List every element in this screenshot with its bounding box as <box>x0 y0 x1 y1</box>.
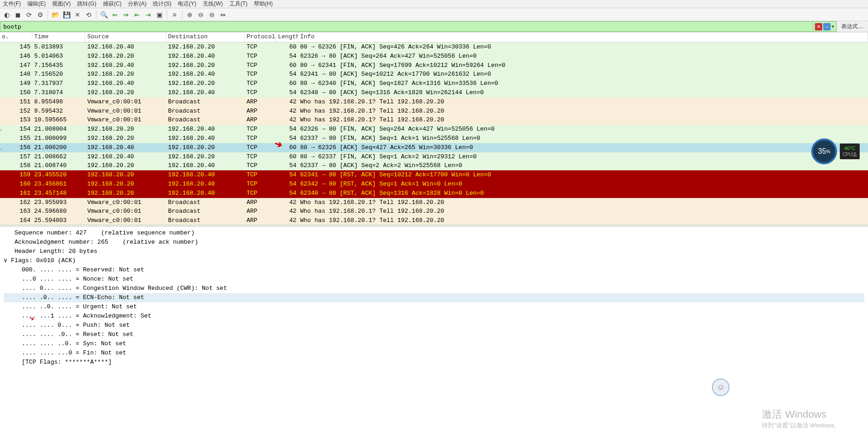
detail-line[interactable]: .... ..0. .... = Urgent: Not set <box>4 302 864 312</box>
menu-item[interactable]: 文件(F) <box>3 0 21 8</box>
cell: 9.595432 <box>32 107 85 116</box>
col-source[interactable]: Source <box>85 32 166 42</box>
toolbar-options-icon[interactable]: ⚙ <box>35 10 45 20</box>
packet-row[interactable]: 1518.955498Vmware_c0:00:01BroadcastARP42… <box>0 97 868 107</box>
filter-bar: ✕ → ▾ 表达式… <box>0 21 868 32</box>
toolbar-colorize-icon[interactable]: ≡ <box>169 10 180 20</box>
packet-row[interactable]: 1507.318074192.168.20.20192.168.20.40TCP… <box>0 88 868 97</box>
filter-dropdown-icon[interactable]: ▾ <box>832 24 834 30</box>
cell: 60 <box>276 61 298 70</box>
toolbar-open-icon[interactable]: 📂 <box>50 10 60 20</box>
packet-row[interactable]: —15621.008200192.168.20.40192.168.20.20T… <box>0 143 868 152</box>
detail-line[interactable]: ...0 .... .... = Nonce: Not set <box>4 275 864 284</box>
cell: 80 → 62341 [FIN, ACK] Seq=17699 Ack=1021… <box>298 61 868 70</box>
detail-line[interactable]: .... ...1 .... = Acknowledgment: Set➔ <box>4 312 864 321</box>
toolbar-restart-icon[interactable]: ⟳ <box>24 10 34 20</box>
cell: TCP <box>245 70 276 79</box>
packet-row[interactable]: 16023.456861192.168.20.20192.168.20.40TC… <box>0 180 868 189</box>
toolbar-jump-last-icon[interactable]: ⇥ <box>143 10 153 20</box>
packet-row[interactable]: 1487.156520192.168.20.20192.168.20.40TCP… <box>0 70 868 79</box>
packet-row[interactable]: 15721.008662192.168.20.40192.168.20.20TC… <box>0 152 868 162</box>
menu-item[interactable]: 跳转(G) <box>77 0 96 8</box>
detail-line[interactable]: .... .... 0... = Push: Not set <box>4 321 864 330</box>
cell: 192.168.20.20 <box>85 125 166 134</box>
menu-item[interactable]: 编辑(E) <box>27 0 46 8</box>
menu-item[interactable]: 无线(W) <box>203 0 223 8</box>
packet-row[interactable]: ✓15421.008004192.168.20.20192.168.20.40T… <box>0 125 868 134</box>
cell: Broadcast <box>166 207 245 216</box>
packet-row[interactable]: 1455.013893192.168.20.40192.168.20.20TCP… <box>0 42 868 52</box>
display-filter-input[interactable] <box>0 21 813 32</box>
packet-row[interactable]: 15821.008740192.168.20.20192.168.20.40TC… <box>0 161 868 170</box>
detail-line[interactable]: Acknowledgment number: 265 (relative ack… <box>4 238 864 247</box>
detail-line[interactable]: 000. .... .... = Reserved: Not set <box>4 265 864 275</box>
detail-line[interactable]: Sequence number: 427 (relative sequence … <box>4 228 864 238</box>
toolbar-close-icon[interactable]: ✕ <box>72 10 83 20</box>
toolbar-zoom-reset-icon[interactable]: ⊜ <box>207 10 217 20</box>
cell: 60 <box>276 79 298 88</box>
detail-line[interactable]: .... 0... .... = Congestion Window Reduc… <box>4 284 864 293</box>
assistant-icon[interactable]: ☺ <box>712 378 729 396</box>
menu-item[interactable]: 捕获(C) <box>103 0 122 8</box>
packet-row[interactable]: 1497.317937192.168.20.40192.168.20.20TCP… <box>0 79 868 88</box>
col-no[interactable]: o. <box>0 32 32 42</box>
toolbar-resize-cols-icon[interactable]: ⇔ <box>218 10 228 20</box>
toolbar-autoscroll-icon[interactable]: ▣ <box>154 10 164 20</box>
menu-item[interactable]: 帮助(H) <box>254 0 273 8</box>
cell: Broadcast <box>166 115 245 125</box>
detail-expander-line[interactable]: ∨ Flags: 0x010 (ACK) <box>4 256 864 265</box>
packet-row[interactable]: 1477.156435192.168.20.40192.168.20.20TCP… <box>0 61 868 70</box>
col-time[interactable]: Time <box>32 32 85 42</box>
toolbar-next-icon[interactable]: ⇒ <box>121 10 131 20</box>
packet-list[interactable]: 1455.013893192.168.20.40192.168.20.20TCP… <box>0 42 868 225</box>
toolbar-zoom-in-icon[interactable]: ⊕ <box>185 10 195 20</box>
col-length[interactable]: Length <box>276 32 298 42</box>
cell: TCP <box>245 161 276 170</box>
toolbar-prev-icon[interactable]: ⇐ <box>110 10 120 20</box>
packet-row[interactable]: 15923.455520192.168.20.20192.168.20.40TC… <box>0 170 868 180</box>
menu-item[interactable]: 电话(Y) <box>178 0 196 8</box>
filter-apply-icon[interactable]: → <box>823 23 831 30</box>
toolbar-start-icon[interactable]: ◐ <box>2 10 12 20</box>
menu-item[interactable]: 工具(T) <box>229 0 247 8</box>
expression-button[interactable]: 表达式… <box>837 21 868 32</box>
cell: 192.168.20.40 <box>85 79 166 88</box>
detail-line[interactable]: .... .... ...0 = Fin: Not set <box>4 348 864 358</box>
toolbar-jump-first-icon[interactable]: ⇤ <box>132 10 142 20</box>
cell: 159 <box>0 170 32 180</box>
cell: 7.156435 <box>32 61 85 70</box>
cell: 80 → 62340 [FIN, ACK] Seq=1827 Ack=1316 … <box>298 79 868 88</box>
packet-row[interactable]: 16425.594803Vmware_c0:00:01BroadcastARP4… <box>0 216 868 225</box>
cell: 62341 → 80 [RST, ACK] Seq=10212 Ack=1770… <box>298 170 868 180</box>
detail-line[interactable]: .... .... ..0. = Syn: Not set <box>4 339 864 348</box>
menu-item[interactable]: 统计(S) <box>153 0 171 8</box>
packet-row[interactable]: 1465.014063192.168.20.20192.168.20.40TCP… <box>0 52 868 61</box>
col-info[interactable]: Info <box>298 32 868 42</box>
menu-item[interactable]: 视图(V) <box>52 0 71 8</box>
packet-row[interactable]: 1529.595432Vmware_c0:00:01BroadcastARP42… <box>0 107 868 116</box>
detail-line[interactable]: .... .... .0.. = Reset: Not set <box>4 330 864 339</box>
detail-line[interactable]: .... .0.. .... = ECN-Echo: Not set <box>4 293 864 302</box>
toolbar-reload-icon[interactable]: ⟲ <box>84 10 94 20</box>
packet-details-pane[interactable]: Sequence number: 427 (relative sequence … <box>0 227 868 430</box>
toolbar-find-icon[interactable]: 🔍 <box>99 10 109 20</box>
toolbar-zoom-out-icon[interactable]: ⊖ <box>196 10 206 20</box>
watermark-line2: 转到"设置"以激活 Windows。 <box>762 421 840 430</box>
packet-row[interactable]: 16123.457148192.168.20.20192.168.20.40TC… <box>0 189 868 198</box>
detail-line[interactable]: [TCP Flags: *******A****] <box>4 358 864 367</box>
cell: Who has 192.168.20.1? Tell 192.168.20.20 <box>298 97 868 107</box>
cell: 21.008200 <box>32 143 85 152</box>
toolbar-stop-icon[interactable]: ◼ <box>13 10 23 20</box>
packet-row[interactable]: 15310.595665Vmware_c0:00:01BroadcastARP4… <box>0 115 868 125</box>
col-protocol[interactable]: Protocol <box>245 32 276 42</box>
toolbar-save-icon[interactable]: 💾 <box>61 10 72 20</box>
col-destination[interactable]: Destination <box>166 32 245 42</box>
cell: 42 <box>276 198 298 207</box>
filter-clear-icon[interactable]: ✕ <box>815 23 822 30</box>
menu-item[interactable]: 分析(A) <box>128 0 146 8</box>
cell: 192.168.20.20 <box>166 143 245 152</box>
packet-row[interactable]: 16324.596680Vmware_c0:00:01BroadcastARP4… <box>0 207 868 216</box>
packet-row[interactable]: 16223.955093Vmware_c0:00:01BroadcastARP4… <box>0 198 868 207</box>
packet-row[interactable]: 15521.008099192.168.20.20192.168.20.40TC… <box>0 134 868 143</box>
detail-line[interactable]: Header Length: 20 bytes <box>4 247 864 256</box>
